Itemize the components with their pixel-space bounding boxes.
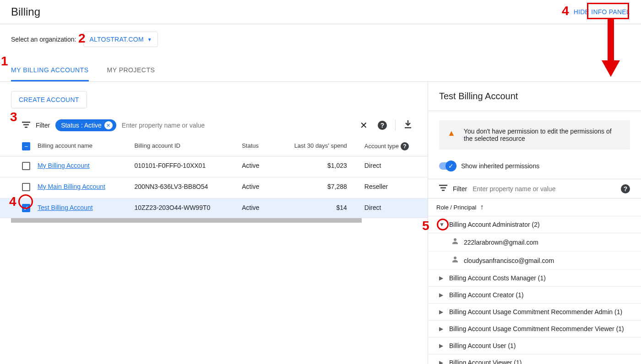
org-selector[interactable]: ALTOSTRAT.COM ▼ bbox=[83, 32, 158, 47]
anno-4a: 4 bbox=[9, 194, 16, 209]
cell-account-id: 010101-F0FFF0-10XX01 bbox=[131, 156, 239, 177]
billing-account-link[interactable]: My Main Billing Account bbox=[38, 183, 105, 190]
svg-rect-4 bbox=[439, 185, 447, 186]
cell-spend: $7,288 bbox=[270, 177, 361, 198]
filter-icon bbox=[439, 184, 447, 193]
role-row[interactable]: ▶Billing Account User (1) bbox=[428, 337, 641, 354]
org-selected-value: ALTOSTRAT.COM bbox=[89, 36, 143, 43]
role-row[interactable]: ▶Billing Account Costs Manager (1) bbox=[428, 270, 641, 287]
principal-row[interactable]: 222larabrown@gmail.com bbox=[428, 233, 641, 252]
help-icon[interactable]: ? bbox=[378, 121, 387, 130]
sort-asc-icon: ↑ bbox=[480, 203, 483, 211]
select-all-checkbox[interactable]: − bbox=[22, 142, 30, 150]
svg-marker-10 bbox=[602, 60, 620, 77]
filter-input[interactable] bbox=[122, 122, 354, 129]
role-name: Billing Account Costs Manager (1) bbox=[449, 274, 546, 282]
role-row[interactable]: ▶Billing Account Usage Commitment Recomm… bbox=[428, 321, 641, 337]
row-checkbox[interactable] bbox=[22, 183, 30, 191]
person-icon bbox=[451, 255, 459, 266]
chevron-right-icon: ▶ bbox=[439, 292, 445, 298]
role-filter-input[interactable] bbox=[473, 185, 614, 193]
col-status[interactable]: Status bbox=[238, 137, 270, 156]
cell-status: Active bbox=[238, 156, 270, 177]
horizontal-scrollbar[interactable] bbox=[11, 218, 362, 223]
show-inherited-toggle[interactable]: ✓ bbox=[439, 162, 456, 170]
role-row[interactable]: ▶Billing Account Viewer (1) bbox=[428, 354, 641, 364]
col-spend[interactable]: Last 30 days' spend bbox=[270, 137, 361, 156]
anno-1: 1 bbox=[1, 54, 8, 69]
role-row[interactable]: ▶Billing Account Usage Commitment Recomm… bbox=[428, 304, 641, 321]
principal-email: 222larabrown@gmail.com bbox=[464, 239, 538, 246]
filter-chip-status-active[interactable]: Status : Active ✕ bbox=[55, 119, 116, 131]
role-header[interactable]: Role / Principal ↑ bbox=[428, 198, 641, 216]
role-name: Billing Account Usage Commitment Recomme… bbox=[449, 325, 624, 332]
svg-point-7 bbox=[454, 238, 456, 241]
filter-icon bbox=[22, 121, 30, 130]
clear-filter-icon[interactable]: ✕ bbox=[360, 120, 368, 131]
billing-account-link[interactable]: Test Billing Account bbox=[38, 204, 93, 211]
chevron-right-icon: ▶ bbox=[439, 326, 445, 332]
role-row[interactable]: ▶Billing Account Creator (1) bbox=[428, 287, 641, 304]
org-label: Select an organization: bbox=[11, 36, 76, 43]
anno-5: 5 bbox=[422, 219, 429, 233]
table-row[interactable]: My Billing Account010101-F0FFF0-10XX01Ac… bbox=[0, 156, 428, 177]
help-icon[interactable]: ? bbox=[621, 184, 630, 193]
svg-rect-3 bbox=[405, 127, 411, 128]
table-row[interactable]: ✓Test Billing Account10ZZ23-203O44-WW99T… bbox=[0, 198, 428, 218]
cell-status: Active bbox=[238, 198, 270, 218]
cell-account-id: 200NN3-636LV3-BB8O54 bbox=[131, 177, 239, 198]
chevron-right-icon: ▶ bbox=[439, 359, 445, 364]
anno-5-circle bbox=[437, 219, 449, 230]
toggle-label: Show inherited permissions bbox=[461, 162, 539, 170]
billing-account-link[interactable]: My Billing Account bbox=[38, 162, 90, 169]
svg-rect-9 bbox=[608, 18, 614, 62]
tab-my-projects[interactable]: MY PROJECTS bbox=[107, 60, 155, 81]
toggle-thumb-icon: ✓ bbox=[445, 161, 456, 171]
anno-4a-circle bbox=[18, 194, 33, 209]
svg-rect-1 bbox=[23, 124, 29, 125]
create-account-button[interactable]: CREATE ACCOUNT bbox=[11, 91, 87, 108]
filter-label: Filter bbox=[453, 185, 467, 193]
svg-rect-2 bbox=[25, 127, 27, 128]
warning-text: You don't have permission to edit the pe… bbox=[464, 128, 622, 142]
divider bbox=[395, 120, 396, 131]
chevron-right-icon: ▶ bbox=[439, 309, 445, 315]
principal-email: cloudysanfrancisco@gmail.com bbox=[464, 257, 554, 264]
chevron-right-icon: ▶ bbox=[439, 275, 445, 281]
cell-account-id: 10ZZ23-203O44-WW99T0 bbox=[131, 198, 239, 218]
role-name: Billing Account Creator (1) bbox=[449, 291, 524, 299]
help-icon[interactable]: ? bbox=[401, 142, 409, 150]
warning-icon: ▲ bbox=[447, 128, 456, 138]
col-name[interactable]: Billing account name bbox=[34, 137, 131, 156]
tab-my-billing-accounts[interactable]: MY BILLING ACCOUNTS bbox=[11, 60, 89, 81]
download-icon[interactable] bbox=[404, 120, 412, 131]
table-row[interactable]: My Main Billing Account200NN3-636LV3-BB8… bbox=[0, 177, 428, 198]
person-icon bbox=[451, 237, 459, 247]
role-row[interactable]: ▼Billing Account Administrator (2) bbox=[428, 216, 641, 233]
billing-accounts-table: − Billing account name Billing account I… bbox=[0, 137, 428, 218]
anno-4b-arrow bbox=[602, 18, 620, 78]
row-checkbox[interactable] bbox=[22, 162, 30, 170]
page-title: Billing bbox=[11, 5, 40, 18]
cell-status: Active bbox=[238, 177, 270, 198]
chevron-right-icon: ▶ bbox=[439, 343, 445, 349]
anno-4b-box bbox=[587, 3, 629, 19]
svg-rect-5 bbox=[440, 187, 446, 189]
col-type[interactable]: Account type? bbox=[361, 137, 428, 156]
anno-2: 2 bbox=[78, 31, 86, 46]
filter-label: Filter bbox=[36, 122, 50, 129]
anno-4b: 4 bbox=[562, 4, 569, 18]
col-id[interactable]: Billing account ID bbox=[131, 137, 239, 156]
filter-chip-label: Status : Active bbox=[61, 122, 102, 129]
role-name: Billing Account User (1) bbox=[449, 342, 516, 349]
principal-row[interactable]: cloudysanfrancisco@gmail.com bbox=[428, 252, 641, 270]
chevron-down-icon: ▼ bbox=[147, 37, 152, 42]
permission-warning: ▲ You don't have permission to edit the … bbox=[439, 120, 630, 150]
cell-type: Direct bbox=[361, 198, 428, 218]
chip-remove-icon[interactable]: ✕ bbox=[104, 121, 113, 129]
role-name: Billing Account Usage Commitment Recomme… bbox=[449, 308, 622, 316]
svg-rect-6 bbox=[442, 190, 445, 191]
cell-spend: $14 bbox=[270, 198, 361, 218]
cell-spend: $1,023 bbox=[270, 156, 361, 177]
cell-type: Reseller bbox=[361, 177, 428, 198]
